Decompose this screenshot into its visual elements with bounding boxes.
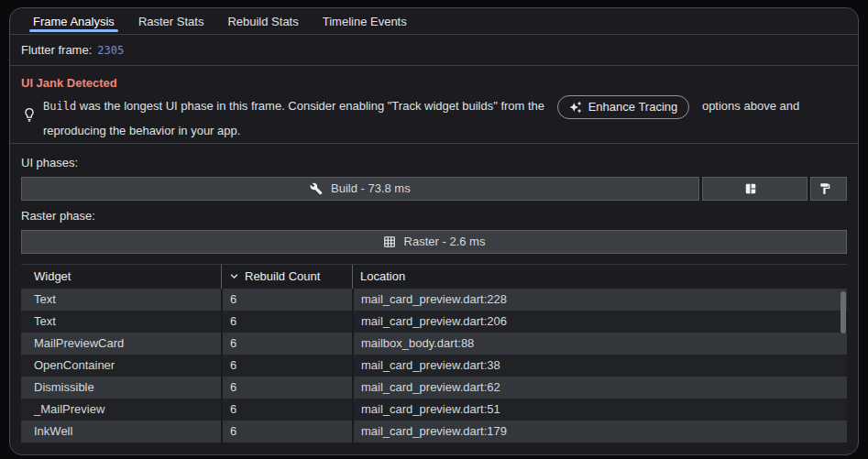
tab-bar: Frame Analysis Raster Stats Rebuild Stat… [10, 8, 858, 35]
rebuild-count-cell: 6 [221, 377, 352, 399]
widget-cell: Dismissible [21, 380, 221, 394]
ui-jank-detected-title: UI Jank Detected [10, 66, 858, 90]
widget-cell: Text [21, 292, 221, 306]
phase-segment-layout[interactable] [702, 177, 808, 201]
rebuild-count-cell: 6 [221, 399, 352, 421]
raster-phase-label: Raster phase: [10, 201, 858, 223]
location-cell: mail_card_preview.dart:38 [352, 355, 847, 377]
widget-cell: InkWell [21, 424, 221, 438]
table-row[interactable]: InkWell6mail_card_preview.dart:179 [21, 421, 847, 443]
ui-phases-label: UI phases: [10, 144, 858, 169]
table-row[interactable]: OpenContainer6mail_card_preview.dart:38 [21, 355, 847, 377]
mosaic-icon [744, 182, 757, 195]
widget-cell: MailPreviewCard [21, 336, 221, 350]
tab-timeline-events[interactable]: Timeline Events [311, 8, 419, 34]
rebuild-count-cell: 6 [221, 289, 352, 311]
location-cell: mail_card_preview.dart:179 [352, 421, 847, 443]
hint-text-part1: was the longest UI phase in this frame. … [76, 99, 544, 113]
enhance-tracing-button[interactable]: Enhance Tracing [557, 95, 690, 119]
tab-label: Frame Analysis [33, 15, 115, 28]
column-header-rebuild-count[interactable]: Rebuild Count [221, 265, 352, 289]
hint-code-term: Build [43, 100, 76, 113]
rebuild-count-cell: 6 [221, 355, 352, 377]
ui-phases-bar: Build - 73.8 ms [21, 177, 847, 201]
table-row[interactable]: Text6mail_card_preview.dart:206 [21, 311, 847, 333]
widget-cell: OpenContainer [21, 358, 221, 372]
raster-phase-bar: Raster - 2.6 ms [21, 230, 847, 254]
rebuild-stats-table: Widget Rebuild Count Location Text6mail_… [21, 264, 847, 443]
paint-roller-icon [819, 182, 831, 195]
flutter-frame-number: 2305 [97, 44, 124, 57]
widget-cell: _MailPreview [21, 402, 221, 416]
jank-hint: Build was the longest UI phase in this f… [10, 90, 858, 144]
chevron-down-icon [227, 269, 241, 283]
rebuild-count-cell: 6 [221, 421, 352, 443]
column-header-location[interactable]: Location [352, 265, 847, 289]
enhance-tracing-label: Enhance Tracing [588, 96, 678, 118]
table-body: Text6mail_card_preview.dart:228Text6mail… [21, 289, 847, 443]
column-header-widget[interactable]: Widget [21, 265, 221, 289]
widget-cell: Text [21, 314, 221, 328]
table-row[interactable]: _MailPreview6mail_card_preview.dart:51 [21, 399, 847, 421]
tab-raster-stats[interactable]: Raster Stats [126, 8, 216, 34]
flutter-frame-row: Flutter frame: 2305 [10, 35, 858, 66]
location-cell: mail_card_preview.dart:62 [352, 377, 847, 399]
phase-segment-paint[interactable] [810, 177, 847, 201]
flutter-frame-label: Flutter frame: [21, 43, 92, 57]
location-cell: mailbox_body.dart:88 [352, 333, 847, 355]
rebuild-count-cell: 6 [221, 333, 352, 355]
location-cell: mail_card_preview.dart:228 [352, 289, 847, 311]
table-row[interactable]: Text6mail_card_preview.dart:228 [21, 289, 847, 311]
tab-label: Timeline Events [323, 15, 407, 28]
phase-segment-build[interactable]: Build - 73.8 ms [21, 177, 699, 201]
table-row[interactable]: MailPreviewCard6mailbox_body.dart:88 [21, 333, 847, 355]
tab-frame-analysis[interactable]: Frame Analysis [21, 8, 126, 34]
location-cell: mail_card_preview.dart:206 [352, 311, 847, 333]
phase-segment-label: Build - 73.8 ms [331, 181, 411, 195]
tab-label: Raster Stats [138, 15, 204, 28]
auto-awesome-icon [569, 101, 582, 114]
selected-tab-underline [29, 29, 118, 32]
phase-segment-raster[interactable]: Raster - 2.6 ms [21, 230, 847, 254]
hint-text: Build was the longest UI phase in this f… [43, 94, 847, 142]
phase-segment-label: Raster - 2.6 ms [404, 235, 486, 248]
grid-icon [383, 235, 396, 248]
lightbulb-icon [21, 106, 38, 123]
table-header: Widget Rebuild Count Location [21, 265, 847, 289]
location-cell: mail_card_preview.dart:51 [352, 399, 847, 421]
rebuild-count-cell: 6 [221, 311, 352, 333]
table-scrollbar[interactable] [841, 291, 846, 333]
frame-analysis-panel: Frame Analysis Raster Stats Rebuild Stat… [9, 7, 859, 455]
wrench-icon [310, 182, 323, 195]
table-row[interactable]: Dismissible6mail_card_preview.dart:62 [21, 377, 847, 399]
tab-label: Rebuild Stats [227, 15, 298, 28]
tab-rebuild-stats[interactable]: Rebuild Stats [215, 8, 310, 34]
